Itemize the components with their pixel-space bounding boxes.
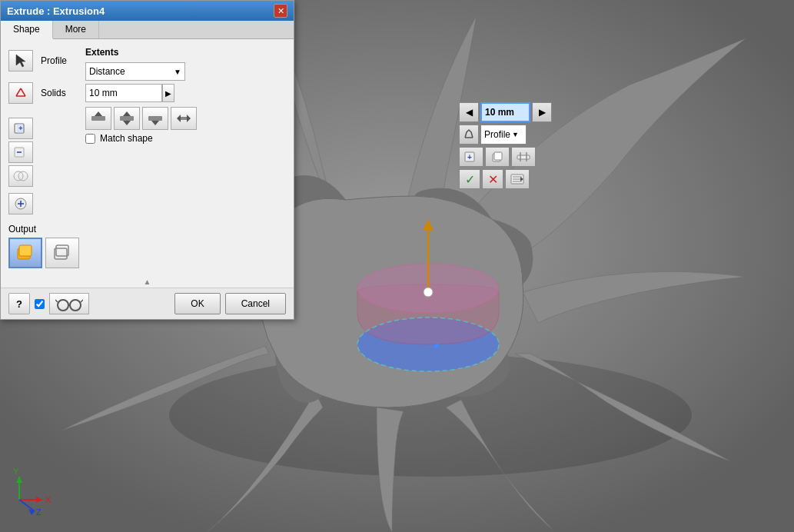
surface-output-button[interactable] xyxy=(45,238,79,268)
toolbar-row-distance: ◀ 10 mm ▶ xyxy=(459,102,552,122)
help-button[interactable]: ? xyxy=(8,293,30,314)
svg-marker-18 xyxy=(16,55,25,67)
svg-rect-42 xyxy=(148,116,162,121)
svg-rect-56 xyxy=(494,152,502,160)
scroll-indicator: ▲ xyxy=(1,276,294,288)
svg-text:+: + xyxy=(467,153,472,161)
direction-symmetric-button[interactable] xyxy=(114,107,140,130)
svg-marker-38 xyxy=(95,111,102,116)
toolbar-more-options-button[interactable] xyxy=(505,169,530,189)
svg-rect-57 xyxy=(517,155,530,159)
svg-rect-37 xyxy=(91,116,105,121)
cancel-button[interactable]: Cancel xyxy=(225,293,286,314)
toolbar-profile-label: Profile xyxy=(484,129,510,140)
svg-text:Y: Y xyxy=(13,467,19,476)
distance-row: ▶ xyxy=(85,84,286,102)
toolbar-next-button[interactable]: ▶ xyxy=(532,102,552,122)
svg-point-5 xyxy=(434,344,439,348)
toolbar-prev-button[interactable]: ◀ xyxy=(459,102,479,122)
svg-point-48 xyxy=(70,300,81,311)
new-sketch-button[interactable] xyxy=(8,193,33,214)
svg-rect-34 xyxy=(19,245,32,256)
floating-toolbar: ◀ 10 mm ▶ Profile ▼ + xyxy=(459,102,552,189)
svg-line-50 xyxy=(55,300,58,302)
profile-label: Profile xyxy=(41,55,67,66)
output-buttons xyxy=(8,238,79,268)
distance-option-label: Distance xyxy=(89,66,125,77)
toolbar-profile-dropdown-icon: ▼ xyxy=(512,131,519,138)
svg-line-20 xyxy=(21,88,25,96)
extents-column: Extents Distance ▼ ▶ xyxy=(85,47,286,268)
toolbar-settings-button[interactable] xyxy=(511,147,536,167)
extents-dropdown[interactable]: Distance ▼ xyxy=(85,62,185,81)
svg-point-8 xyxy=(424,288,433,297)
match-shape-row: Match shape xyxy=(85,133,286,144)
ok-button[interactable]: OK xyxy=(174,293,220,314)
footer-left: ? xyxy=(8,293,89,314)
side-icon-buttons: + xyxy=(8,118,79,187)
tab-more[interactable]: More xyxy=(53,21,99,38)
solids-label: Solids xyxy=(41,88,66,98)
footer-buttons: OK Cancel xyxy=(174,293,286,314)
match-shape-label: Match shape xyxy=(100,133,153,144)
svg-marker-46 xyxy=(187,115,191,122)
direction-both-button[interactable] xyxy=(171,107,197,130)
direction-down-button[interactable] xyxy=(142,107,168,130)
toolbar-profile-icon-button[interactable] xyxy=(459,125,479,145)
dropdown-arrow-icon: ▼ xyxy=(174,68,181,76)
output-section: Output xyxy=(8,224,79,268)
svg-marker-41 xyxy=(123,121,131,125)
solid-output-button[interactable] xyxy=(8,238,42,268)
dialog-title: Extrude : Extrusion4 xyxy=(7,5,105,17)
svg-text:Z: Z xyxy=(36,507,42,517)
svg-line-51 xyxy=(81,300,83,302)
toolbar-row-actions: + xyxy=(459,147,552,167)
toolbar-distance-value: 10 mm xyxy=(485,107,514,118)
direction-up-left-button[interactable] xyxy=(85,107,111,130)
toolbar-confirm-button[interactable]: ✓ xyxy=(459,169,480,189)
toolbar-distance-field[interactable]: 10 mm xyxy=(480,102,530,122)
svg-marker-43 xyxy=(151,121,159,125)
match-shape-checkbox[interactable] xyxy=(85,134,95,144)
svg-text:X: X xyxy=(45,495,51,504)
tab-shape[interactable]: Shape xyxy=(1,21,53,39)
dialog-tabs: Shape More xyxy=(1,21,294,39)
intersect-button[interactable] xyxy=(8,165,33,187)
preview-checkbox[interactable] xyxy=(35,299,45,309)
dialog-titlebar: Extrude : Extrusion4 ✕ xyxy=(1,1,294,21)
direction-buttons xyxy=(85,107,286,130)
svg-point-47 xyxy=(58,300,68,311)
solids-icon-button[interactable] xyxy=(8,82,33,104)
extents-label: Extents xyxy=(85,47,286,58)
svg-text:+: + xyxy=(18,125,22,132)
dialog-footer: ? OK Cancel xyxy=(1,288,294,319)
add-body-button[interactable]: + xyxy=(8,118,33,139)
dialog-body: Profile Solids xyxy=(1,39,294,276)
output-label: Output xyxy=(8,224,79,234)
toolbar-row-profile: Profile ▼ xyxy=(459,125,552,145)
toolbar-body-copy-button[interactable] xyxy=(485,147,510,167)
profile-row: Profile xyxy=(8,50,79,71)
toolbar-row-confirm: ✓ ✕ xyxy=(459,169,552,189)
svg-rect-39 xyxy=(120,116,134,121)
glasses-button[interactable] xyxy=(49,293,89,314)
toolbar-body-add-button[interactable]: + xyxy=(459,147,483,167)
icon-buttons-column: Profile Solids xyxy=(8,47,79,268)
svg-marker-45 xyxy=(177,115,181,122)
distance-input[interactable] xyxy=(85,84,162,102)
distance-expand-button[interactable]: ▶ xyxy=(162,84,174,102)
svg-line-19 xyxy=(16,88,21,96)
toolbar-cancel-button[interactable]: ✕ xyxy=(482,169,503,189)
remove-body-button[interactable] xyxy=(8,141,33,163)
toolbar-profile-field[interactable]: Profile ▼ xyxy=(480,125,527,145)
profile-cursor-button[interactable] xyxy=(8,50,33,71)
svg-marker-40 xyxy=(123,111,131,116)
solids-row: Solids xyxy=(8,82,79,104)
dialog-close-button[interactable]: ✕ xyxy=(274,4,287,18)
checkbox-wrapper xyxy=(35,299,45,309)
extrude-dialog: Extrude : Extrusion4 ✕ Shape More P xyxy=(0,0,294,320)
